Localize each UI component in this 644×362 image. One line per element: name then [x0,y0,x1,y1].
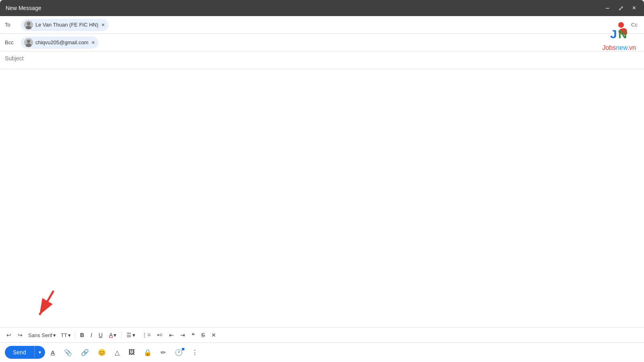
logo-area: J N Jobsnew.vn [602,20,636,51]
send-dropdown-button[interactable]: ▾ [34,346,45,359]
photo-button[interactable]: 🖼 [125,346,138,358]
emoji-icon: 😊 [98,349,106,356]
indent-decrease-icon: ⇤ [169,332,174,338]
to-recipient-avatar [24,21,33,29]
logo-jobs: Jobs [602,44,616,51]
logo-text: Jobsnew.vn [602,44,636,51]
underline-button[interactable]: U [96,330,105,340]
more-options-icon: ⋮ [192,349,198,356]
indent-decrease-button[interactable]: ⇤ [167,330,176,340]
font-family-selector[interactable]: Sans Serif ▾ [27,331,58,339]
strikethrough-icon: S [201,332,205,338]
toolbar-separator-1 [75,331,75,339]
send-button[interactable]: Send [5,346,34,359]
ordered-list-icon: ⋮= [142,332,151,338]
compose-window: New Message – ⤢ × J N Jobsnew.vn [0,0,644,362]
unordered-list-icon: •= [157,332,163,338]
bcc-field-row: Bcc chiqvu205@gmail.com × [0,34,644,51]
close-button[interactable]: × [630,4,638,12]
subject-row [0,51,644,69]
ordered-list-button[interactable]: ⋮= [139,330,153,340]
schedule-icon: 🕐 [175,349,183,356]
svg-point-4 [27,22,30,25]
italic-icon: I [91,332,92,338]
svg-text:J: J [610,27,617,41]
compose-title: New Message [6,5,41,11]
to-recipient-remove[interactable]: × [101,22,105,27]
compose-header: New Message – ⤢ × [0,0,644,16]
align-chevron: ▾ [132,332,135,338]
compose-body: J N Jobsnew.vn To Le Van Thuan (FE FIC [0,16,644,362]
indent-increase-button[interactable]: ⇥ [178,330,188,340]
message-body[interactable] [0,69,644,327]
remove-format-icon: ✕ [211,332,216,338]
send-button-group: Send ▾ [5,346,45,359]
redo-button[interactable]: ↪ [15,330,25,340]
font-color-chevron: ▾ [114,332,116,338]
minimize-button[interactable]: – [603,4,612,12]
logo-icon-svg: J N [607,20,631,44]
link-button[interactable]: 🔗 [78,346,92,359]
to-recipient-chip: Le Van Thuan (FE FIC HN) × [21,19,109,31]
font-size-label: TT [61,332,67,338]
schedule-badge [182,348,184,350]
font-family-label: Sans Serif [28,332,52,338]
more-options-button[interactable]: ⋮ [188,346,201,359]
svg-text:N: N [618,27,627,41]
toolbar-separator-2 [121,331,122,339]
italic-button[interactable]: I [88,330,95,340]
lock-icon: 🔒 [144,349,152,356]
lock-button[interactable]: 🔒 [140,346,155,359]
action-bar: Send ▾ A 📎 🔗 😊 △ 🖼 🔒 [0,343,644,362]
bcc-recipient-chip: chiqvu205@gmail.com × [21,37,99,49]
format-text-button[interactable]: A [47,347,58,358]
to-field-row: To Le Van Thuan (FE FIC HN) × Cc [0,16,644,34]
font-size-chevron: ▾ [68,332,71,338]
resize-button[interactable]: ⤢ [616,4,626,13]
header-actions: – ⤢ × [603,4,638,13]
blockquote-button[interactable]: ❝ [189,330,197,340]
link-icon: 🔗 [81,349,89,356]
drive-icon: △ [115,349,120,356]
drive-button[interactable]: △ [111,346,123,359]
photo-icon: 🖼 [128,349,135,356]
to-label: To [5,22,18,28]
bold-icon: B [80,332,84,338]
attach-button[interactable]: 📎 [61,346,75,359]
schedule-button[interactable]: 🕐 [171,346,186,359]
bcc-label: Bcc [5,39,18,45]
bcc-recipient-remove[interactable]: × [91,40,96,45]
svg-point-7 [27,40,30,43]
bold-button[interactable]: B [78,330,87,340]
undo-button[interactable]: ↩ [4,330,14,340]
pen-button[interactable]: ✏ [157,346,169,359]
align-icon: ☰ [126,332,132,338]
svg-point-0 [618,22,624,28]
subject-input[interactable] [5,55,639,62]
logo-new: new [616,44,627,51]
remove-format-button[interactable]: ✕ [209,330,219,340]
emoji-button[interactable]: 😊 [95,346,109,359]
font-size-selector[interactable]: TT ▾ [59,331,72,339]
blockquote-icon: ❝ [192,332,195,338]
align-button[interactable]: ☰ ▾ [124,330,138,340]
font-color-button[interactable]: A ▾ [107,330,119,340]
strikethrough-button[interactable]: S [199,330,207,340]
logo-domain: .vn [627,44,636,51]
font-family-chevron: ▾ [53,332,56,338]
attach-icon: 📎 [64,349,72,356]
underline-icon: U [99,332,103,338]
unordered-list-button[interactable]: •= [155,330,165,340]
bcc-recipient-avatar [24,38,33,47]
bcc-recipient-name: chiqvu205@gmail.com [35,39,89,45]
to-recipient-name: Le Van Thuan (FE FIC HN) [35,22,98,28]
formatting-toolbar: ↩ ↪ Sans Serif ▾ TT ▾ B I U A ▾ [0,327,644,343]
font-color-icon: A [109,332,113,338]
format-text-icon: A [51,349,55,356]
indent-increase-icon: ⇥ [180,332,185,338]
pen-icon: ✏ [161,349,166,356]
